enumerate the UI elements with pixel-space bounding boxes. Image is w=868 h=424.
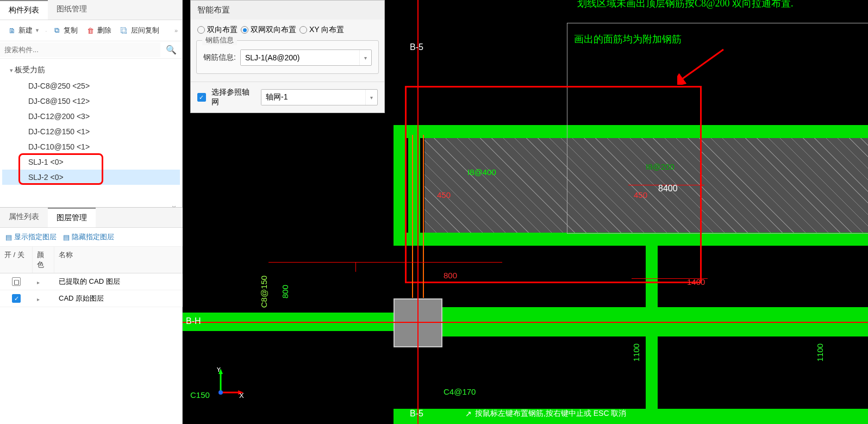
radio-two-way[interactable]: 双向布置	[197, 25, 238, 35]
tree-item[interactable]: DJ-C12@200 <3>	[2, 109, 180, 124]
dim-label: 1100	[815, 344, 825, 361]
layer-name: CAD 原始图层	[54, 290, 183, 307]
rebar-info-label: 钢筋信息:	[203, 53, 236, 63]
floor-copy-icon: ⿻	[120, 26, 129, 35]
status-text: 按鼠标左键布置钢筋,按右键中止或 ESC 取消	[475, 409, 626, 419]
radio-label: 双网双向布置	[251, 25, 296, 35]
dropdown-caret-icon[interactable]: ▾	[359, 50, 371, 65]
layer-col-onoff: 开 / 关	[0, 247, 33, 273]
fieldset-legend: 钢筋信息	[202, 35, 237, 45]
slab	[394, 125, 405, 246]
radio-icon	[197, 26, 205, 34]
axis-line	[417, 0, 419, 424]
tree-group-header[interactable]: 板受力筋	[2, 62, 180, 78]
show-layers-button[interactable]: ▤ 显示指定图层	[5, 232, 57, 242]
tree-item[interactable]: SLJ-2 <0>	[2, 170, 180, 185]
ref-grid-checkbox[interactable]: ✓	[197, 93, 206, 102]
layers-show-icon: ▤	[5, 233, 12, 241]
ref-grid-label: 选择参照轴网	[211, 88, 255, 107]
dialog-title: 智能布置	[191, 1, 384, 20]
layer-checkbox[interactable]: ✓	[12, 294, 21, 303]
axis-line	[183, 322, 868, 323]
dim-label: 1100	[632, 344, 641, 361]
toolbar-more[interactable]: »	[174, 27, 178, 34]
ref-grid-select[interactable]	[261, 90, 365, 105]
hide-layers-button[interactable]: ▤ 隐藏指定图层	[63, 232, 114, 242]
rebar-info-input[interactable]	[241, 50, 359, 65]
expand-icon[interactable]: ▸	[37, 279, 40, 285]
search-input[interactable]	[0, 42, 160, 57]
floor-copy-button[interactable]: ⿻ 层间复制	[117, 23, 163, 38]
tab-component-list[interactable]: 构件列表	[0, 0, 48, 20]
layer-row[interactable]: ✓ ▸ CAD 原始图层	[0, 290, 183, 307]
red-rect	[405, 86, 407, 283]
copy-button[interactable]: ⧉ 复制	[49, 23, 81, 38]
svg-line-1	[682, 49, 723, 79]
layer-row[interactable]: ◻ ▸ 已提取的 CAD 图层	[0, 273, 183, 290]
layer-checkbox[interactable]: ◻	[12, 277, 21, 286]
svg-point-6	[218, 390, 223, 395]
layer-col-color: 颜色	[33, 247, 54, 273]
axis-indicator: Y X	[213, 367, 246, 402]
smart-layout-dialog: 智能布置 双向布置 双网双向布置 XY 向布置 钢筋信息 钢筋信息: ▾ ✓ 选…	[190, 0, 385, 113]
dim-line	[268, 262, 502, 263]
expand-icon[interactable]: ▸	[37, 296, 40, 302]
canvas-note: 划线区域未画出顶层钢筋按C8@200 双向拉通布置.	[577, 0, 794, 10]
layer-col-name: 名称	[54, 247, 183, 273]
tab-drawing-mgmt[interactable]: 图纸管理	[48, 0, 96, 20]
tree-item[interactable]: SLJ-1 <0>	[2, 154, 180, 170]
axis-label-b5-bottom: B-5	[410, 409, 423, 419]
tree-item[interactable]: DJ-C8@250 <25>	[2, 78, 180, 93]
tree-item[interactable]: DJ-C10@150 <1>	[2, 139, 180, 154]
copy-icon: ⧉	[53, 26, 61, 35]
red-rect	[405, 86, 702, 88]
rebar-label: C8@150	[259, 276, 268, 308]
slab	[394, 409, 868, 424]
axis-label-b5: B-5	[410, 42, 423, 52]
layers-hide-icon: ▤	[63, 233, 70, 241]
delete-button[interactable]: 🗑 删除	[83, 23, 115, 38]
copy-label: 复制	[64, 26, 78, 35]
layer-name: 已提取的 CAD 图层	[54, 273, 183, 290]
trash-icon: 🗑	[86, 26, 95, 35]
slab	[394, 233, 868, 246]
rebar-label: I8@400	[467, 167, 496, 177]
radio-double-net[interactable]: 双网双向布置	[241, 25, 296, 35]
hide-layers-label: 隐藏指定图层	[72, 232, 114, 242]
separator: ·	[45, 27, 47, 35]
radio-icon	[241, 26, 248, 34]
annotation-arrow	[677, 47, 726, 85]
tab-attributes[interactable]: 属性列表	[0, 208, 48, 227]
dim-label: 450	[437, 190, 451, 199]
rebar-line	[423, 135, 424, 298]
dim-label: 800	[280, 285, 290, 298]
delete-label: 删除	[97, 26, 111, 35]
rebar-label: I8@200	[646, 162, 675, 171]
dropdown-caret-icon[interactable]: ▾	[365, 90, 377, 105]
new-file-icon: 🗎	[8, 26, 16, 35]
radio-xy[interactable]: XY 向布置	[299, 25, 344, 35]
radio-label: XY 向布置	[309, 25, 344, 35]
new-label: 新建	[18, 26, 33, 35]
rebar-label: C150	[190, 390, 210, 400]
red-rect	[700, 86, 702, 283]
dim-label: 450	[634, 190, 647, 199]
status-bar: ↗ 按鼠标左键布置钢筋,按右键中止或 ESC 取消	[465, 409, 626, 419]
dim-value: 8400	[658, 184, 678, 194]
tab-layer-mgmt[interactable]: 图层管理	[48, 208, 96, 227]
red-rect	[405, 282, 702, 283]
svg-text:X: X	[239, 391, 244, 400]
tree-item[interactable]: DJ-C12@150 <1>	[2, 124, 180, 139]
rebar-label: C4@170	[444, 387, 476, 396]
tree-item[interactable]: DJ-C8@150 <12>	[2, 93, 180, 109]
radio-icon	[299, 26, 307, 34]
rebar-line	[412, 135, 413, 298]
radio-label: 双向布置	[207, 25, 238, 35]
axis-label-bh: B-H	[186, 316, 201, 326]
status-icon: ↗	[465, 409, 472, 418]
dim-label: 800	[444, 271, 457, 280]
search-icon[interactable]: 🔍	[160, 41, 182, 58]
new-button[interactable]: 🗎 新建 ▼	[4, 23, 43, 38]
dim-label: 1400	[687, 277, 705, 286]
dim-line	[355, 262, 356, 272]
